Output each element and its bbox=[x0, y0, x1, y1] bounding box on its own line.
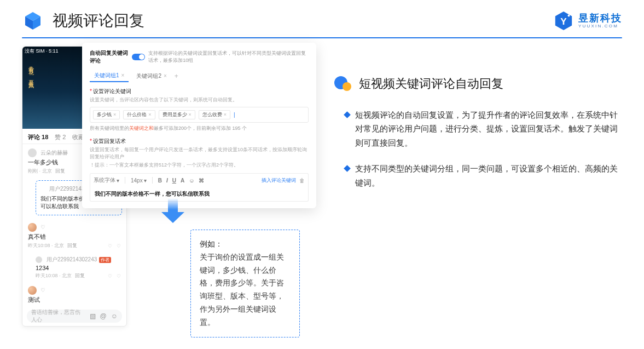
tab-likes[interactable]: 赞 2 bbox=[55, 133, 66, 141]
svg-text:Y: Y bbox=[560, 16, 567, 27]
keyword-chip[interactable]: 费用是多少× bbox=[159, 110, 195, 119]
mention-icon[interactable]: @ bbox=[100, 312, 107, 320]
settings-panel: 自动回复关键词评论 支持根据评论的关键词设置回复话术，可以针对不同类型关键词设置… bbox=[82, 43, 316, 208]
tab-comments[interactable]: 评论 18 bbox=[28, 133, 48, 141]
reply-link[interactable]: 回复 bbox=[55, 168, 65, 175]
italic-button[interactable]: I bbox=[166, 178, 168, 184]
comment-item: 用户2299214302243 作者 1234 昨天10:08 · 北京 回复 … bbox=[22, 251, 126, 282]
diamond-bullet-icon bbox=[344, 165, 351, 172]
keyword-tab-1[interactable]: 关键词组1× bbox=[90, 70, 129, 82]
size-select[interactable]: 14px ▾ bbox=[131, 178, 147, 184]
char-limit-tip: ！提示：一个富文本框最多支持512个字符，一个汉字占用2个字符。 bbox=[90, 162, 309, 169]
keyword-tab-2[interactable]: 关键词组2× bbox=[132, 71, 171, 82]
keyword-chip[interactable]: 多少钱× bbox=[93, 110, 120, 119]
section-label: 设置回复话术 bbox=[93, 138, 126, 144]
chat-bubble-icon bbox=[334, 75, 352, 93]
phone-status-bar: 没有 SIM · 5:11 bbox=[25, 48, 59, 55]
text-cursor: | bbox=[234, 112, 235, 118]
delete-icon[interactable]: 🗑 bbox=[299, 178, 305, 184]
avatar-icon bbox=[36, 256, 42, 263]
keyword-group-tabs: 关键词组1× 关键词组2× + bbox=[90, 70, 309, 82]
text-color-button[interactable]: A bbox=[181, 178, 184, 184]
arrow-down-icon bbox=[167, 198, 195, 227]
avatar-icon bbox=[28, 286, 37, 295]
video-caption: 春有百花， 夏有凉风 bbox=[27, 62, 34, 80]
insert-keyword-link[interactable]: 插入评论关键词 bbox=[262, 177, 296, 184]
comment-username: 云朵的赫赫 bbox=[40, 150, 68, 156]
example-title: 例如： bbox=[200, 238, 291, 251]
close-icon: × bbox=[113, 112, 116, 117]
emoji-button[interactable]: ☺ bbox=[189, 178, 194, 184]
font-select[interactable]: 系统字体 ▾ bbox=[94, 176, 119, 184]
image-icon[interactable]: ▧ bbox=[90, 312, 96, 320]
emoji-icon[interactable]: ☺ bbox=[111, 312, 118, 320]
comment-item: ♡ 测试 bbox=[22, 282, 126, 306]
keyword-chip[interactable]: 怎么收费× bbox=[199, 110, 230, 119]
chevron-down-icon: ▾ bbox=[117, 178, 119, 184]
avatar-icon bbox=[40, 186, 47, 192]
svg-point-5 bbox=[568, 15, 570, 17]
heart-icon: ♡ bbox=[40, 287, 45, 293]
keyword-chips-input[interactable]: 多少钱× 什么价格× 费用是多少× 怎么收费× | bbox=[90, 107, 309, 123]
brand-name-cn: 昱新科技 bbox=[578, 13, 622, 23]
editor-toolbar: 系统字体 ▾ 14px ▾ B I U A ☺ ⌘ bbox=[90, 173, 309, 187]
section-hint: 设置关键词，当评论区内容包含了以下关键词，则系统可自动回复。 bbox=[90, 96, 309, 104]
close-icon: × bbox=[148, 112, 151, 117]
reply-link[interactable]: 回复 bbox=[67, 242, 77, 249]
reply-editor[interactable]: 我们不同的版本价格不一样，您可以私信联系我 bbox=[90, 187, 309, 202]
compose-bar[interactable]: 善语结善缘，恶言伤人心 ▧ @ ☺ bbox=[27, 310, 122, 323]
reply-link[interactable]: 回复 bbox=[75, 272, 85, 279]
page-title: 视频评论回复 bbox=[53, 10, 144, 31]
underline-button[interactable]: U bbox=[172, 178, 176, 184]
add-tab-button[interactable]: + bbox=[175, 72, 178, 80]
section-title: 短视频关键词评论自动回复 bbox=[359, 76, 503, 92]
comment-meta: 昨天10:08 · 北京 bbox=[28, 242, 64, 249]
toggle-label: 自动回复关键词评论 bbox=[90, 49, 129, 65]
close-icon[interactable]: × bbox=[121, 72, 125, 78]
chevron-down-icon: ▾ bbox=[144, 178, 147, 184]
feature-bullet: 支持不同类型的关键词分组，同一类问题，可设置多个相近的、高频的关键词。 bbox=[334, 162, 622, 190]
slide-header: 视频评论回复 Y 昱新科技 YUUXIN.COM bbox=[0, 0, 644, 32]
svg-point-7 bbox=[343, 82, 351, 91]
close-icon: × bbox=[224, 112, 227, 117]
bullet-text: 短视频评论的自动回复设置，为了提升作者的评论回复效率，在系统中针对常见的评论用户… bbox=[355, 108, 622, 150]
section-header: 短视频关键词评论自动回复 bbox=[334, 75, 622, 93]
keyword-quota-note: 所有关键词组里的关键词之和最多可添加200个，目前剩余可添加 195 个 bbox=[90, 125, 309, 132]
section-label: 设置评论关键词 bbox=[93, 88, 131, 94]
heart-icon: ♡ bbox=[40, 224, 45, 230]
comment-item: ♡ 真不错 昨天10:08 · 北京 回复 ♡♡ bbox=[22, 219, 126, 251]
auto-reply-toggle[interactable] bbox=[132, 54, 145, 60]
comment-body: 1234 bbox=[36, 265, 121, 271]
brand-name-en: YUUXIN.COM bbox=[578, 24, 622, 28]
example-callout: 例如： 关于询价的设置成一组关键词，多少钱、什么价格，费用多少等。关于咨询班型、… bbox=[190, 230, 300, 337]
header-left: 视频评论回复 bbox=[22, 10, 144, 32]
dislike-icon[interactable]: ♡ bbox=[117, 273, 121, 279]
comment-username: 用户2299214302243 bbox=[47, 256, 97, 264]
close-icon: × bbox=[189, 112, 192, 117]
comment-body: 测试 bbox=[28, 296, 121, 304]
brand-mark-icon: Y bbox=[553, 10, 574, 31]
close-icon[interactable]: × bbox=[164, 73, 167, 79]
like-icon[interactable]: ♡ bbox=[108, 273, 112, 279]
bullet-text: 支持不同类型的关键词分组，同一类问题，可设置多个相近的、高频的关键词。 bbox=[355, 162, 622, 190]
diamond-bullet-icon bbox=[344, 111, 351, 118]
cube-icon bbox=[22, 10, 44, 32]
toggle-desc: 支持根据评论的关键词设置回复话术，可以针对不同类型关键词设置回复话术，最多添加1… bbox=[148, 50, 309, 64]
keyword-chip[interactable]: 什么价格× bbox=[123, 110, 155, 119]
bold-button[interactable]: B bbox=[158, 178, 162, 184]
comment-meta: 昨天10:08 · 北京 bbox=[36, 272, 72, 279]
link-button[interactable]: ⌘ bbox=[199, 178, 204, 184]
like-icon[interactable]: ♡ bbox=[108, 243, 112, 249]
avatar-icon bbox=[28, 148, 37, 157]
comment-body: 真不错 bbox=[28, 233, 121, 241]
section-hint: 设置回复话术，每回复一个用户评论只发送一条话术，最多支持设置10条不同话术，按添… bbox=[90, 146, 309, 161]
comment-meta: 刚刚 · 北京 bbox=[28, 168, 52, 175]
avatar-icon bbox=[28, 223, 37, 232]
author-badge: 作者 bbox=[99, 257, 111, 263]
compose-placeholder: 善语结善缘，恶言伤人心 bbox=[31, 308, 85, 324]
dislike-icon[interactable]: ♡ bbox=[117, 243, 121, 249]
example-body: 关于询价的设置成一组关键词，多少钱、什么价格，费用多少等。关于咨询班型、版本、型… bbox=[200, 251, 291, 329]
feature-bullet: 短视频评论的自动回复设置，为了提升作者的评论回复效率，在系统中针对常见的评论用户… bbox=[334, 108, 622, 150]
brand-logo: Y 昱新科技 YUUXIN.COM bbox=[553, 10, 622, 31]
